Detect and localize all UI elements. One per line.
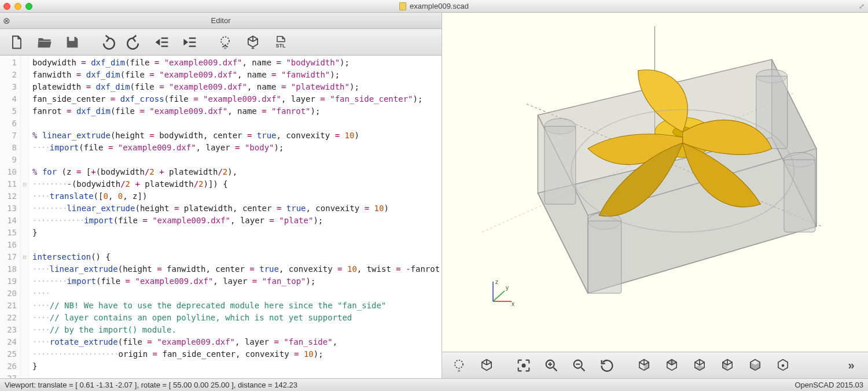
viewer-render-button[interactable] <box>473 354 500 377</box>
svg-text:y: y <box>506 285 509 291</box>
zoom-in-icon <box>543 357 560 374</box>
view-all-button[interactable] <box>510 354 537 377</box>
preview-button[interactable]: » <box>212 31 238 54</box>
stl-icon: STL <box>273 34 289 50</box>
undo-button[interactable] <box>94 31 120 54</box>
undo-icon <box>99 34 115 50</box>
view-all-icon <box>516 357 532 374</box>
save-file-button[interactable] <box>59 31 86 54</box>
code-editor[interactable]: 1234567891011121314151617181920212223242… <box>0 56 442 378</box>
window-controls <box>3 3 32 10</box>
viewer-canvas[interactable]: z y x <box>442 13 868 352</box>
cube-face-icon <box>636 357 652 374</box>
cube-face-icon <box>692 357 708 374</box>
preview-icon: » <box>217 34 233 50</box>
render-icon <box>245 34 261 50</box>
window-title: example009.scad <box>399 2 469 10</box>
svg-rect-16 <box>588 221 621 293</box>
open-file-button[interactable] <box>31 31 58 54</box>
new-file-button[interactable] <box>3 31 30 54</box>
zoom-in-button[interactable] <box>538 354 565 377</box>
viewer-toolbar: » <box>442 352 868 378</box>
cube-face-icon <box>664 357 680 374</box>
view-back-button[interactable] <box>770 354 796 377</box>
code-body[interactable]: bodywidth = dxf_dim(file = "example009.d… <box>29 56 442 378</box>
redo-button[interactable] <box>122 31 148 54</box>
svg-text:STL: STL <box>276 43 286 49</box>
new-file-icon <box>9 34 25 50</box>
fold-gutter[interactable]: ⊟⊟ <box>21 56 29 378</box>
open-folder-icon <box>36 34 53 50</box>
zoom-out-icon <box>571 357 587 374</box>
cube-face-icon <box>719 357 735 374</box>
zoom-out-button[interactable] <box>566 354 593 377</box>
svg-line-25 <box>493 291 505 301</box>
cube-face-icon <box>775 357 791 374</box>
redo-icon <box>127 34 143 50</box>
viewport-status: Viewport: translate = [ 0.61 -1.31 -2.07… <box>5 381 297 389</box>
cube-icon <box>479 357 495 374</box>
zoom-window-button[interactable] <box>25 3 32 10</box>
unindent-button[interactable] <box>149 31 176 54</box>
render-button[interactable] <box>240 31 266 54</box>
viewer-pane: z y x » <box>442 13 868 378</box>
svg-line-33 <box>554 367 557 371</box>
view-bottom-button[interactable] <box>686 354 713 377</box>
view-right-button[interactable] <box>631 354 657 377</box>
preview-icon: » <box>451 357 467 374</box>
svg-rect-12 <box>545 127 576 205</box>
axis-gizmo: z y x <box>481 278 516 311</box>
editor-close-button[interactable]: ⊗ <box>0 16 13 26</box>
unindent-icon <box>155 34 171 50</box>
svg-text:x: x <box>512 301 514 307</box>
model-preview <box>459 26 851 338</box>
svg-text:z: z <box>495 279 498 285</box>
editor-header: ⊗ Editor <box>0 13 442 29</box>
svg-point-31 <box>522 363 526 367</box>
window-title-text: example009.scad <box>410 2 469 10</box>
view-left-button[interactable] <box>714 354 741 377</box>
maximize-icon[interactable]: ⤢ <box>859 2 865 10</box>
svg-text:»: » <box>223 45 226 50</box>
view-front-button[interactable] <box>742 354 768 377</box>
editor-pane: ⊗ Editor <box>0 13 442 378</box>
indent-icon <box>182 34 198 50</box>
minimize-window-button[interactable] <box>14 3 21 10</box>
svg-point-29 <box>455 360 463 368</box>
export-stl-button[interactable]: STL <box>267 31 294 54</box>
statusbar: Viewport: translate = [ 0.61 -1.31 -2.07… <box>0 378 868 391</box>
reset-icon <box>599 357 615 374</box>
titlebar: example009.scad ⤢ <box>0 0 868 13</box>
close-window-button[interactable] <box>3 3 10 10</box>
app-version: OpenSCAD 2015.03 <box>795 381 863 389</box>
document-icon <box>399 2 406 10</box>
editor-title: Editor <box>211 16 231 25</box>
save-icon <box>64 34 80 50</box>
cube-face-icon <box>747 357 763 374</box>
line-number-gutter: 1234567891011121314151617181920212223242… <box>0 56 21 378</box>
svg-rect-18 <box>784 160 815 232</box>
reset-view-button[interactable] <box>594 354 620 377</box>
editor-toolbar: » STL <box>0 29 442 56</box>
svg-point-0 <box>221 36 229 45</box>
svg-line-37 <box>582 367 585 371</box>
svg-text:»: » <box>457 367 460 373</box>
svg-point-39 <box>782 364 785 367</box>
indent-button[interactable] <box>177 31 204 54</box>
viewer-more-button[interactable]: » <box>838 354 865 377</box>
view-top-button[interactable] <box>659 354 685 377</box>
viewer-preview-button[interactable]: » <box>446 354 472 377</box>
